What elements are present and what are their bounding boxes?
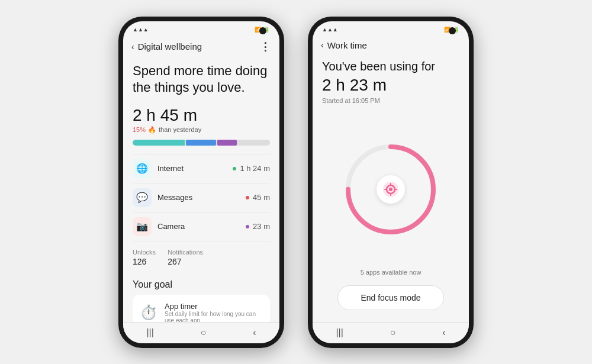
bar-seg-3 [238, 140, 270, 146]
recents-button-2[interactable]: ||| [336, 327, 343, 338]
wt-headline: You've been using for [322, 60, 459, 73]
app-name-camera: Camera [157, 222, 246, 231]
app-row-internet[interactable]: 🌐 Internet 1 h 24 m [133, 154, 270, 183]
signal-icon: ▲▲▲ [133, 27, 149, 33]
stat-unlocks: Unlocks 126 [133, 249, 156, 266]
goal-text: App timer Set daily limit for how long y… [165, 302, 263, 322]
wt-time: 2 h 23 m [322, 76, 459, 95]
app-icon-internet: 🌐 [133, 159, 152, 178]
phone-1: ▲▲▲ 📶 🔋 ‹ Digital wellbeing ⋮ Spend more… [118, 17, 284, 348]
status-bar-1: ▲▲▲ 📶 🔋 [123, 21, 279, 38]
end-focus-button[interactable]: End focus mode [337, 285, 444, 310]
pct-badge: 15% [133, 126, 146, 133]
goal-sub: Set daily limit for how long you can use… [165, 311, 263, 322]
internet-icon: 🌐 [136, 163, 148, 174]
app-time-messages: 45 m [253, 193, 270, 202]
time-sub: 15% 🔥 than yesterday [133, 126, 270, 134]
focus-icon-svg [382, 181, 399, 198]
app-icon-camera: 📷 [133, 217, 152, 236]
total-time: 2 h 45 m [133, 106, 270, 125]
page-title-1: Digital wellbeing [138, 41, 260, 51]
notif-label: Notifications [168, 249, 203, 256]
phone-2-screen: ▲▲▲ 📶 🔋 ‹ Work time You've been using fo… [313, 21, 469, 343]
goal-section-heading: Your goal [133, 279, 270, 290]
home-button-1[interactable]: ○ [201, 327, 207, 338]
svg-point-4 [389, 188, 392, 191]
camera-hole-2 [449, 27, 456, 34]
app-icon-messages: 💬 [133, 188, 152, 207]
app-time-camera: 23 m [253, 222, 270, 231]
home-button-2[interactable]: ○ [390, 327, 396, 338]
screen1-content: Spend more time doing the things you lov… [123, 57, 279, 322]
nav-header-2: ‹ Work time [313, 38, 469, 54]
camera-hole-1 [259, 27, 266, 34]
apps-available-text: 5 apps available now [322, 269, 459, 276]
bottom-nav-1: ||| ○ ‹ [123, 322, 279, 343]
unlocks-label: Unlocks [133, 249, 156, 256]
focus-center-icon [377, 175, 405, 204]
notif-value: 267 [168, 257, 203, 266]
camera-icon: 📷 [136, 221, 148, 232]
app-dot-messages [246, 196, 249, 199]
bar-seg-1 [186, 140, 216, 146]
back-nav-button-2[interactable]: ‹ [442, 327, 445, 338]
app-row-messages[interactable]: 💬 Messages 45 m [133, 183, 270, 212]
goal-card-app-timer[interactable]: ⏱️ App timer Set daily limit for how lon… [133, 295, 270, 322]
goal-title: App timer [165, 302, 263, 311]
status-bar-2: ▲▲▲ 📶 🔋 [313, 21, 469, 38]
app-name-internet: Internet [157, 164, 233, 173]
circle-timer [322, 116, 459, 263]
signal-icon-2: ▲▲▲ [322, 27, 338, 33]
phone-2: ▲▲▲ 📶 🔋 ‹ Work time You've been using fo… [308, 17, 474, 348]
nav-header-1: ‹ Digital wellbeing ⋮ [123, 38, 279, 57]
bar-seg-2 [217, 140, 236, 146]
app-row-camera[interactable]: 📷 Camera 23 m [133, 212, 270, 241]
back-button-1[interactable]: ‹ [131, 42, 134, 51]
timer-icon: ⏱️ [140, 304, 157, 321]
app-name-messages: Messages [157, 193, 246, 202]
app-dot-internet [233, 167, 236, 170]
bar-seg-0 [133, 140, 185, 146]
fire-icon: 🔥 [148, 126, 156, 134]
app-time-internet: 1 h 24 m [240, 164, 270, 173]
recents-button-1[interactable]: ||| [146, 327, 153, 338]
phone-1-screen: ▲▲▲ 📶 🔋 ‹ Digital wellbeing ⋮ Spend more… [123, 21, 279, 343]
usage-bar [133, 140, 270, 146]
more-button-1[interactable]: ⋮ [260, 40, 271, 53]
pct-text: than yesterday [159, 126, 201, 133]
headline-1: Spend more time doing the things you lov… [133, 63, 270, 96]
bottom-nav-2: ||| ○ ‹ [313, 322, 469, 343]
back-button-2[interactable]: ‹ [321, 40, 324, 50]
messages-icon: 💬 [136, 192, 148, 203]
back-nav-button-1[interactable]: ‹ [253, 327, 256, 338]
stats-row: Unlocks 126 Notifications 267 [133, 241, 270, 273]
worktime-content: You've been using for 2 h 23 m Started a… [313, 54, 469, 322]
unlocks-value: 126 [133, 257, 156, 266]
page-title-2: Work time [327, 40, 461, 50]
wt-started: Started at 16:05 PM [322, 97, 459, 104]
app-dot-camera [246, 225, 249, 228]
stat-notifications: Notifications 267 [168, 249, 203, 266]
